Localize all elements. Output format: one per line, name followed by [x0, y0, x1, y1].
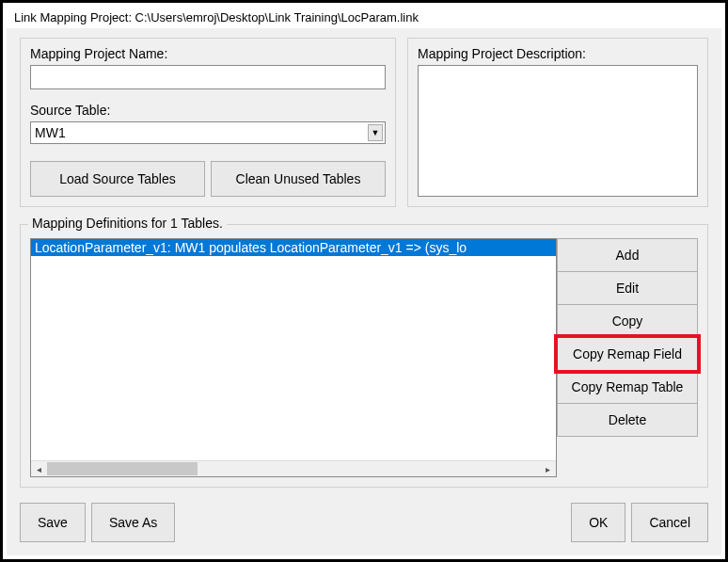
horizontal-scrollbar[interactable]: ◂ ▸	[31, 460, 556, 476]
window-title: Link Mapping Project: C:\Users\emroj\Des…	[7, 7, 721, 28]
copy-button[interactable]: Copy	[557, 304, 698, 338]
source-table-value: MW1	[35, 125, 66, 140]
copy-remap-table-button[interactable]: Copy Remap Table	[557, 370, 698, 404]
mapping-definitions-title: Mapping Definitions for 1 Tables.	[28, 216, 227, 231]
edit-button[interactable]: Edit	[557, 271, 698, 305]
description-label: Mapping Project Description:	[418, 46, 698, 61]
source-table-select[interactable]: MW1 ▼	[30, 121, 386, 144]
clean-unused-tables-button[interactable]: Clean Unused Tables	[211, 161, 386, 197]
description-textarea[interactable]	[418, 65, 698, 197]
load-source-tables-button[interactable]: Load Source Tables	[30, 161, 205, 197]
mapping-definitions-group: Mapping Definitions for 1 Tables. Locati…	[20, 224, 708, 488]
project-description-panel: Mapping Project Description:	[407, 38, 708, 207]
save-as-button[interactable]: Save As	[91, 503, 175, 542]
mapping-name-input[interactable]	[30, 65, 386, 89]
scroll-track[interactable]	[47, 461, 540, 476]
scroll-left-icon[interactable]: ◂	[31, 461, 47, 477]
definitions-buttons: Add Edit Copy Copy Remap Field Copy Rema…	[557, 238, 698, 477]
source-table-label: Source Table:	[30, 103, 386, 118]
add-button[interactable]: Add	[557, 238, 698, 272]
chevron-down-icon: ▼	[368, 124, 383, 141]
scroll-thumb[interactable]	[47, 462, 198, 475]
ok-button[interactable]: OK	[571, 503, 625, 542]
list-item[interactable]: LocationParameter_v1: MW1 populates Loca…	[31, 239, 556, 256]
cancel-button[interactable]: Cancel	[631, 503, 708, 542]
mapping-name-label: Mapping Project Name:	[30, 46, 386, 61]
save-button[interactable]: Save	[20, 503, 86, 542]
scroll-right-icon[interactable]: ▸	[540, 461, 556, 477]
project-name-panel: Mapping Project Name: Source Table: MW1 …	[20, 38, 396, 207]
mapping-definitions-list[interactable]: LocationParameter_v1: MW1 populates Loca…	[30, 238, 557, 477]
copy-remap-field-button[interactable]: Copy Remap Field	[557, 337, 698, 371]
delete-button[interactable]: Delete	[557, 403, 698, 437]
